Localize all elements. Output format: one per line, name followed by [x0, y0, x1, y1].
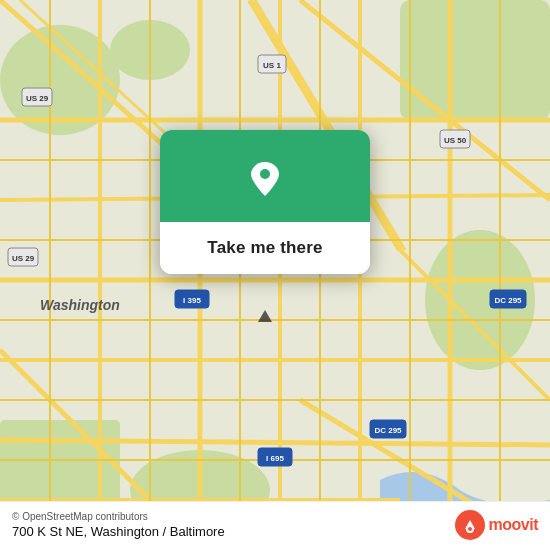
svg-text:DC 295: DC 295: [374, 426, 402, 435]
location-pin-icon: [239, 152, 291, 204]
svg-point-59: [260, 169, 270, 179]
moovit-logo: moovit: [455, 510, 538, 540]
svg-point-62: [468, 527, 472, 531]
svg-text:US 29: US 29: [26, 94, 49, 103]
svg-text:US 29: US 29: [12, 254, 35, 263]
bottom-left-info: © OpenStreetMap contributors 700 K St NE…: [12, 511, 225, 539]
svg-text:US 1: US 1: [263, 61, 281, 70]
svg-text:Washington: Washington: [40, 297, 120, 313]
svg-text:US 50: US 50: [444, 136, 467, 145]
svg-text:I 695: I 695: [266, 454, 284, 463]
map-background: US 29 US 29 US 1 US 1 US 50 I 395 I 695 …: [0, 0, 550, 550]
address-text: 700 K St NE, Washington / Baltimore: [12, 524, 225, 539]
bottom-bar: © OpenStreetMap contributors 700 K St NE…: [0, 501, 550, 550]
moovit-icon: [455, 510, 485, 540]
svg-text:I 395: I 395: [183, 296, 201, 305]
svg-rect-3: [400, 0, 550, 120]
moovit-brand-text: moovit: [489, 516, 538, 534]
popup-card: Take me there: [160, 130, 370, 274]
map-container: US 29 US 29 US 1 US 1 US 50 I 395 I 695 …: [0, 0, 550, 550]
take-me-there-button[interactable]: Take me there: [160, 222, 370, 274]
svg-text:DC 295: DC 295: [494, 296, 522, 305]
osm-credit: © OpenStreetMap contributors: [12, 511, 225, 522]
popup-green-header: [160, 130, 370, 222]
